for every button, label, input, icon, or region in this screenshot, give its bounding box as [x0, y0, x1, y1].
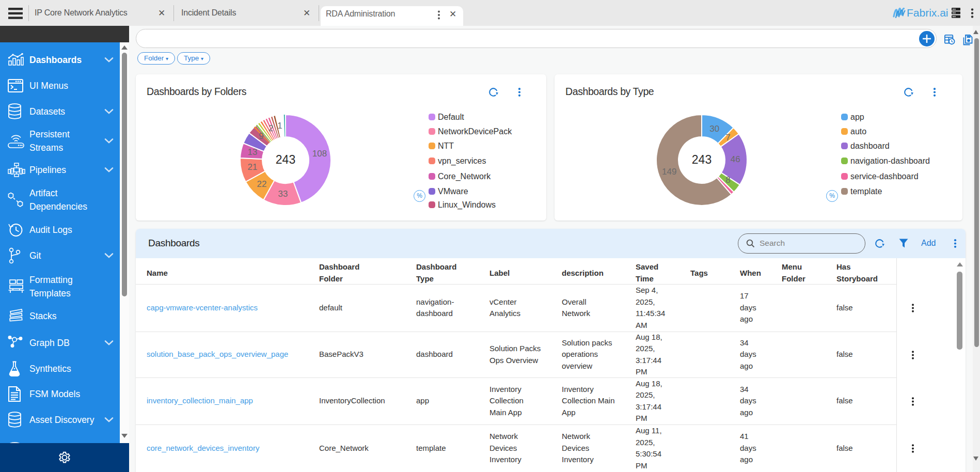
svg-text:149: 149 — [662, 167, 676, 177]
svg-text:9: 9 — [259, 131, 263, 141]
svg-text:2: 2 — [268, 123, 273, 133]
svg-text:243: 243 — [692, 153, 712, 166]
svg-text:108: 108 — [312, 149, 327, 159]
svg-text:33: 33 — [278, 189, 288, 199]
svg-text:21: 21 — [248, 162, 258, 172]
svg-text:8: 8 — [725, 175, 730, 185]
svg-text:243: 243 — [276, 153, 295, 166]
svg-text:13: 13 — [248, 147, 258, 157]
svg-text:46: 46 — [731, 154, 740, 164]
svg-text:22: 22 — [257, 179, 267, 189]
svg-text:1: 1 — [277, 121, 282, 131]
svg-text:7: 7 — [725, 133, 730, 143]
svg-text:30: 30 — [709, 124, 719, 134]
